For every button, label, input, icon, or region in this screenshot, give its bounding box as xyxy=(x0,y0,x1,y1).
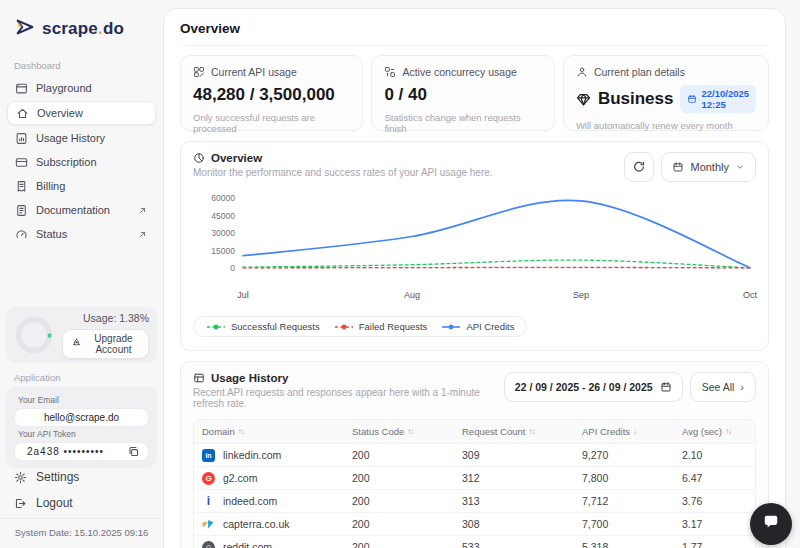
usage-donut-gauge xyxy=(14,315,54,355)
sidebar-item-status[interactable]: Status xyxy=(7,223,156,245)
chart-legend: Successful RequestsFailed RequestsAPI Cr… xyxy=(193,316,527,337)
documentation-icon xyxy=(15,204,28,217)
diamond-icon xyxy=(576,92,591,107)
gear-icon xyxy=(14,471,27,484)
active-concurrency-card: Active concurrecy usage 0 / 40 Statistic… xyxy=(371,55,554,131)
date-range-picker[interactable]: 22 / 09 / 2025 - 26 / 09 / 2025 xyxy=(504,372,683,402)
table-icon xyxy=(193,372,205,384)
legend-item-api-credits[interactable]: API Credits xyxy=(441,321,514,332)
usage-summary-card: Usage: 1.38% Upgrade Account xyxy=(6,307,157,363)
column-header-avg-sec-[interactable]: Avg (sec)↑↓ xyxy=(682,426,755,437)
application-card: Your Email hello@scrape.do Your API Toke… xyxy=(6,386,157,468)
calendar-icon xyxy=(672,161,684,173)
chat-widget-button[interactable] xyxy=(750,503,792,545)
capterra-favicon xyxy=(202,518,215,531)
refresh-button[interactable] xyxy=(624,152,654,182)
plan-renewal-badge: 22/10/2025 12:25 xyxy=(680,85,756,113)
usage-percentage-label: Usage: 1.38% xyxy=(83,312,149,324)
sidebar-item-documentation[interactable]: Documentation xyxy=(7,199,156,221)
legend-item-failed-requests[interactable]: Failed Requests xyxy=(334,321,428,332)
upgrade-account-button[interactable]: Upgrade Account xyxy=(62,329,149,359)
table-header-row: Domain↑↓Status Code↑↓Request Count↑↓API … xyxy=(194,420,755,443)
sidebar-item-label: Documentation xyxy=(36,204,110,216)
copy-icon[interactable] xyxy=(127,445,140,458)
current-plan-card: Current plan details Business 22/10/2025… xyxy=(563,55,769,131)
sidebar-item-label: Subscription xyxy=(36,156,97,168)
page-title: Overview xyxy=(180,21,769,46)
usage-history-icon xyxy=(15,132,28,145)
svg-text:0: 0 xyxy=(230,263,235,273)
calendar-icon xyxy=(687,94,697,104)
see-all-button[interactable]: See All › xyxy=(690,372,756,402)
svg-text:15000: 15000 xyxy=(211,246,235,256)
usage-history-table: Domain↑↓Status Code↑↓Request Count↑↓API … xyxy=(193,419,756,548)
plan-name: Business xyxy=(598,89,674,109)
sidebar-item-billing[interactable]: Billing xyxy=(7,175,156,197)
sidebar-item-playground[interactable]: Playground xyxy=(7,77,156,99)
chart-card-title: Overview xyxy=(211,152,262,164)
playground-icon xyxy=(15,82,28,95)
refresh-icon xyxy=(632,160,646,174)
legend-marker-icon xyxy=(441,323,461,331)
current-api-usage-card: Current API usage 48,280 / 3,500,000 Onl… xyxy=(180,55,363,131)
indeed-favicon: i xyxy=(202,495,215,508)
legend-item-successful-requests[interactable]: Successful Requests xyxy=(206,321,320,332)
table-row[interactable]: capterra.co.uk2003087,7003.17 xyxy=(194,512,755,535)
stat-cards-row: Current API usage 48,280 / 3,500,000 Onl… xyxy=(180,55,769,131)
api-token-field[interactable]: 2a438 ••••••••• xyxy=(14,442,149,461)
sort-icon: ↑↓ xyxy=(528,427,534,436)
period-select[interactable]: Monthly xyxy=(661,152,756,182)
chat-icon xyxy=(761,512,781,536)
sidebar-item-label: Overview xyxy=(37,107,83,119)
column-header-domain[interactable]: Domain↑↓ xyxy=(202,426,352,437)
api-token-label: Your API Token xyxy=(18,429,149,439)
settings-link[interactable]: Settings xyxy=(14,470,79,484)
svg-text:Sep: Sep xyxy=(573,290,589,300)
svg-text:Aug: Aug xyxy=(404,290,420,300)
sort-icon: ↑↓ xyxy=(407,427,413,436)
logout-link[interactable]: Logout xyxy=(14,496,73,510)
status-icon xyxy=(15,228,28,241)
usage-history-card: Usage History Recent API requests and re… xyxy=(180,361,769,548)
sidebar: scrape.do Dashboard PlaygroundOverviewUs… xyxy=(0,0,163,548)
pie-chart-icon xyxy=(193,152,205,164)
table-row[interactable]: Gg2.com2003127,8006.47 xyxy=(194,466,755,489)
svg-text:Jul: Jul xyxy=(237,290,249,300)
table-row[interactable]: ☺reddit.com2005335,3181.77 xyxy=(194,535,755,548)
system-date: System Date: 15.10.2025 09:16 xyxy=(0,518,163,548)
column-header-api-credits[interactable]: API Credits↓ xyxy=(582,426,682,437)
billing-icon xyxy=(15,180,28,193)
logo[interactable]: scrape.do xyxy=(0,0,163,42)
email-field[interactable]: hello@scrape.do xyxy=(14,408,149,427)
person-icon xyxy=(576,66,588,78)
application-section-label: Application xyxy=(14,372,60,383)
column-header-status-code[interactable]: Status Code↑↓ xyxy=(352,426,462,437)
svg-text:45000: 45000 xyxy=(211,211,235,221)
scrape-do-logo-icon xyxy=(14,16,36,42)
chevron-right-icon: › xyxy=(740,381,744,393)
column-header-request-count[interactable]: Request Count↑↓ xyxy=(462,426,582,437)
sidebar-item-label: Playground xyxy=(36,82,92,94)
reddit-favicon: ☺ xyxy=(202,541,215,548)
logo-text: scrape.do xyxy=(42,19,124,39)
sidebar-item-overview[interactable]: Overview xyxy=(7,101,156,125)
external-arrow-icon xyxy=(137,229,148,240)
rocket-icon xyxy=(71,338,82,349)
email-label: Your Email xyxy=(18,395,149,405)
sidebar-item-subscription[interactable]: Subscription xyxy=(7,151,156,173)
legend-marker-icon xyxy=(334,323,354,331)
table-row[interactable]: iindeed.com2003137,7123.76 xyxy=(194,489,755,512)
overview-chart-card: Overview Monitor the performance and suc… xyxy=(180,141,769,351)
sidebar-item-label: Status xyxy=(36,228,67,240)
sidebar-item-usage-history[interactable]: Usage History xyxy=(7,127,156,149)
sort-icon: ↑↓ xyxy=(238,427,244,436)
sidebar-item-label: Billing xyxy=(36,180,65,192)
concurrency-value: 0 / 40 xyxy=(384,85,541,105)
table-row[interactable]: inlinkedin.com2003099,2702.10 xyxy=(194,443,755,466)
usage-history-subtitle: Recent API requests and responses appear… xyxy=(193,387,504,409)
svg-text:60000: 60000 xyxy=(211,193,235,203)
usage-history-title: Usage History xyxy=(211,372,288,384)
legend-marker-icon xyxy=(206,323,226,331)
concurrency-icon xyxy=(384,66,396,78)
main-panel: Overview Current API usage 48,280 / 3,50… xyxy=(163,8,786,548)
